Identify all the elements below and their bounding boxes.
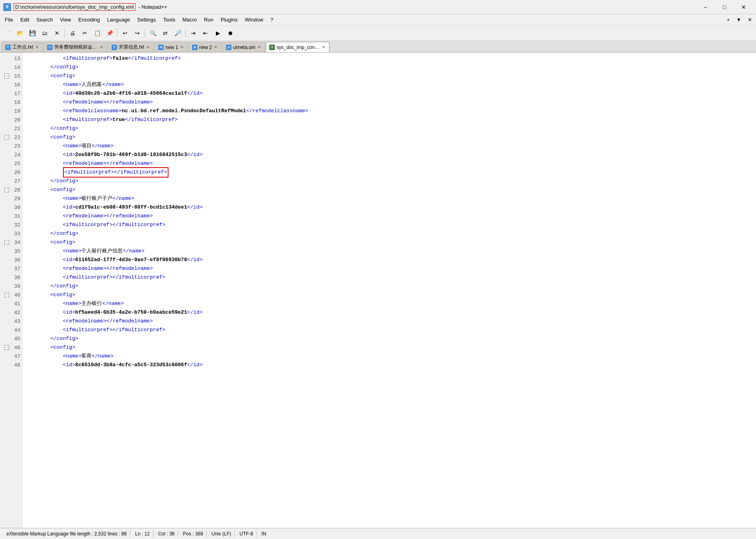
fold-icon-46[interactable]: − bbox=[4, 345, 9, 350]
fold-icon-34[interactable]: − bbox=[4, 240, 9, 245]
close-panel-button[interactable]: ✕ bbox=[745, 16, 754, 23]
toolbar-sep-4 bbox=[185, 29, 186, 37]
tab-close-sysconfig[interactable]: ✕ bbox=[321, 45, 326, 50]
menu-language[interactable]: Language bbox=[104, 16, 133, 24]
line-num-val-33: 33 bbox=[10, 231, 20, 237]
line-num-30: 30 bbox=[0, 203, 22, 212]
line-num-val-39: 39 bbox=[10, 283, 20, 289]
line-num-18: 18 bbox=[0, 98, 22, 107]
line-num-38: 38 bbox=[0, 273, 22, 282]
code-line-16: <name>人员档案</name> bbox=[25, 80, 753, 89]
tab-labor[interactable]: T 劳务费报销税前金额编辑公式备份.txt ✕ bbox=[43, 42, 107, 52]
menu-window[interactable]: Window bbox=[242, 16, 266, 24]
undo-button[interactable]: ↩ bbox=[119, 27, 131, 39]
record-button[interactable]: ⏺ bbox=[224, 27, 236, 39]
find-button[interactable]: 🔍 bbox=[147, 27, 159, 39]
save-file-button[interactable]: 💾 bbox=[26, 27, 38, 39]
menu-tools[interactable]: Tools bbox=[160, 16, 178, 24]
line-num-val-48: 48 bbox=[10, 362, 20, 368]
fold-icon-15[interactable]: − bbox=[4, 74, 9, 78]
tab-close-workpoint[interactable]: ✕ bbox=[35, 45, 39, 50]
line-num-24: 24 bbox=[0, 150, 22, 159]
line-num-val-32: 32 bbox=[10, 222, 20, 228]
menu-help[interactable]: ? bbox=[267, 16, 276, 24]
line-num-27: 27 bbox=[0, 177, 22, 186]
copy-button[interactable]: 📋 bbox=[91, 27, 103, 39]
menu-edit[interactable]: Edit bbox=[17, 16, 32, 24]
code-line-33: </config> bbox=[25, 229, 753, 238]
menu-plugins[interactable]: Plugins bbox=[217, 16, 241, 24]
line-num-val-45: 45 bbox=[10, 336, 20, 342]
line-num-val-35: 35 bbox=[10, 248, 20, 254]
menu-view[interactable]: View bbox=[57, 16, 74, 24]
indent-button[interactable]: ⇥ bbox=[187, 27, 199, 39]
tab-workpoint[interactable]: T 工作点.txt ✕ bbox=[2, 42, 43, 52]
run-button[interactable]: ▶ bbox=[212, 27, 224, 39]
line-num-val-13: 13 bbox=[10, 56, 20, 62]
close-file-button[interactable]: ✕ bbox=[51, 27, 63, 39]
line-num-val-29: 29 bbox=[10, 196, 20, 202]
cut-button[interactable]: ✂ bbox=[79, 27, 91, 39]
tab-close-labor[interactable]: ✕ bbox=[99, 45, 104, 50]
line-num-40: −40 bbox=[0, 291, 22, 299]
new-file-button[interactable]: 📄 bbox=[2, 27, 14, 39]
line-num-val-43: 43 bbox=[10, 318, 20, 324]
line-num-val-19: 19 bbox=[10, 108, 20, 114]
replace-button[interactable]: ⇄ bbox=[159, 27, 171, 39]
fold-icon-40[interactable]: − bbox=[4, 293, 9, 297]
toolbar-sep-1 bbox=[65, 29, 65, 37]
line-num-23: 23 bbox=[0, 142, 22, 150]
code-line-47: <name>客商</name> bbox=[25, 352, 753, 361]
tab-new1[interactable]: N new 1 ✕ bbox=[155, 42, 188, 52]
line-num-val-34: 34 bbox=[10, 240, 20, 246]
menu-run[interactable]: Run bbox=[201, 16, 217, 24]
line-num-val-46: 46 bbox=[10, 345, 20, 351]
tab-uimeta[interactable]: U uimeta.um ✕ bbox=[222, 42, 265, 52]
save-all-button[interactable]: 🗂 bbox=[39, 27, 51, 39]
tab-sysconfig[interactable]: X sys_doc_imp_config.xml ✕ bbox=[266, 42, 329, 52]
line-num-37: 37 bbox=[0, 264, 22, 273]
zoom-in-button[interactable]: 🔎 bbox=[172, 27, 184, 39]
tab-icon-uimeta: U bbox=[226, 45, 231, 50]
open-file-button[interactable]: 📂 bbox=[14, 27, 26, 39]
close-button[interactable]: ✕ bbox=[734, 1, 753, 13]
code-line-40: <config> bbox=[25, 291, 753, 299]
redo-button[interactable]: ↪ bbox=[131, 27, 143, 39]
menu-encoding[interactable]: Encoding bbox=[75, 16, 103, 24]
line-num-35: 35 bbox=[0, 247, 22, 256]
code-area[interactable]: <ifmulticorpref>false</ifmulticorpref> <… bbox=[22, 53, 756, 528]
tab-close-invoice[interactable]: ✕ bbox=[146, 45, 150, 50]
title-bar: N D:\nchome\resources\ufoe\sys_doc_imp_c… bbox=[0, 0, 756, 14]
print-button[interactable]: 🖨 bbox=[67, 27, 78, 39]
line-num-43: 43 bbox=[0, 317, 22, 326]
paste-button[interactable]: 📌 bbox=[104, 27, 116, 39]
menu-settings[interactable]: Settings bbox=[134, 16, 159, 24]
line-num-47: 47 bbox=[0, 352, 22, 361]
outdent-button[interactable]: ⇤ bbox=[200, 27, 212, 39]
tab-close-new1[interactable]: ✕ bbox=[180, 45, 184, 50]
fold-icon-28[interactable]: − bbox=[4, 187, 9, 192]
tab-new2[interactable]: N new 2 ✕ bbox=[188, 42, 221, 52]
tab-invoice[interactable]: T 开票信息.txt ✕ bbox=[108, 42, 154, 52]
tab-dropdown-button[interactable]: ▼ bbox=[734, 16, 744, 23]
menu-macro[interactable]: Macro bbox=[179, 16, 200, 24]
line-num-28: −28 bbox=[0, 186, 22, 194]
status-line-ending: Unix (LF) bbox=[208, 530, 235, 537]
status-bar: eXtensible Markup Language file length :… bbox=[0, 528, 756, 539]
editor-container: 1314−15161718192021−222324252627−2829303… bbox=[0, 53, 756, 528]
menu-file[interactable]: File bbox=[2, 16, 16, 24]
app-name: Notepad++ bbox=[141, 4, 167, 10]
code-line-14: </config> bbox=[25, 63, 753, 72]
tab-close-uimeta[interactable]: ✕ bbox=[257, 45, 261, 50]
minimize-button[interactable]: − bbox=[696, 1, 715, 13]
menu-search[interactable]: Search bbox=[33, 16, 56, 24]
tab-close-new2[interactable]: ✕ bbox=[213, 45, 218, 50]
fold-icon-22[interactable]: − bbox=[4, 135, 9, 140]
new-tab-button[interactable]: + bbox=[725, 16, 732, 23]
line-num-45: 45 bbox=[0, 334, 22, 343]
status-col: Col : 38 bbox=[155, 530, 178, 537]
maximize-button[interactable]: □ bbox=[715, 1, 734, 13]
line-num-42: 42 bbox=[0, 308, 22, 317]
tabs-bar: T 工作点.txt ✕ T 劳务费报销税前金额编辑公式备份.txt ✕ T 开票… bbox=[0, 41, 756, 53]
line-num-val-23: 23 bbox=[10, 143, 20, 149]
